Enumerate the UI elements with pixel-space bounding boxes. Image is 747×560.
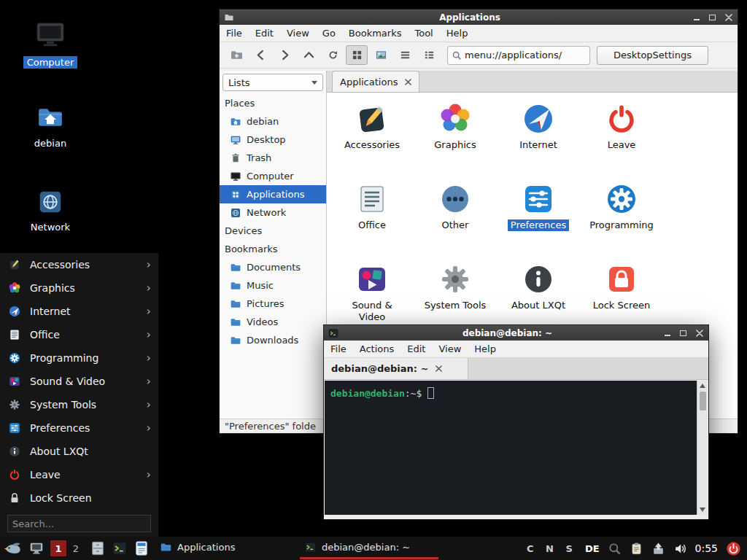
desktop-icon-computer[interactable]: Computer (23, 18, 78, 69)
desktop-icon-network[interactable]: Network (23, 188, 78, 233)
menu-file[interactable]: File (324, 341, 353, 357)
back-button[interactable] (249, 45, 271, 65)
menu-item-sound-video[interactable]: Sound & Video › (0, 370, 158, 393)
menu-bookmarks[interactable]: Bookmarks (342, 25, 409, 42)
close-button[interactable] (694, 327, 705, 338)
compact-view-button[interactable] (394, 45, 416, 65)
submenu-arrow-icon: › (147, 306, 151, 317)
scroll-down-icon[interactable] (700, 508, 705, 512)
sidebar-item-computer[interactable]: Computer (220, 167, 326, 185)
new-tab-button[interactable] (225, 45, 247, 65)
power-button[interactable] (726, 541, 741, 556)
menu-item-lock-screen[interactable]: Lock Screen (0, 486, 158, 510)
text-editor-launcher[interactable] (133, 540, 150, 556)
sidebar-item-desktop[interactable]: Desktop (220, 131, 326, 149)
sidebar-item-pictures[interactable]: Pictures (220, 295, 326, 313)
menu-item-label: Leave (30, 469, 61, 481)
detailed-view-button[interactable] (418, 45, 440, 65)
app-item-graphics[interactable]: Graphics (414, 100, 497, 180)
menu-help[interactable]: Help (440, 25, 475, 42)
tab-close-icon[interactable] (405, 79, 411, 85)
sidebar-item-applications[interactable]: Applications (220, 185, 326, 203)
app-item-accessories[interactable]: Accessories (330, 100, 414, 180)
thumbnail-view-button[interactable] (370, 45, 392, 65)
sidebar-header-bookmarks[interactable]: Bookmarks (220, 240, 326, 258)
app-item-internet[interactable]: Internet (497, 100, 580, 180)
icon-view-button[interactable] (346, 45, 368, 65)
sidebar-mode-combo[interactable]: Lists (222, 74, 323, 91)
menu-tool[interactable]: Tool (408, 25, 439, 42)
scrollbar-thumb[interactable] (700, 392, 706, 411)
fm-titlebar[interactable]: Applications (220, 9, 738, 25)
sidebar-item-music[interactable]: Music (220, 276, 326, 295)
file-manager-launcher[interactable] (90, 540, 106, 556)
terminal-launcher[interactable] (112, 540, 128, 556)
sidebar-item-debian[interactable]: debian (220, 112, 326, 131)
show-desktop-button[interactable] (28, 540, 44, 556)
sidebar-item-label: Videos (247, 316, 278, 327)
desktop-settings-button[interactable]: DesktopSettings (597, 46, 708, 65)
menu-go[interactable]: Go (316, 25, 342, 42)
menu-item-accessories[interactable]: Accessories › (0, 253, 158, 276)
scroll-up-icon[interactable] (700, 384, 705, 388)
menu-edit[interactable]: Edit (400, 341, 432, 357)
menu-item-system-tools[interactable]: System Tools › (0, 393, 158, 416)
sidebar-item-trash[interactable]: Trash (220, 149, 326, 167)
menu-item-preferences[interactable]: Preferences › (0, 416, 158, 440)
menu-search-input[interactable] (7, 515, 151, 532)
tab-applications[interactable]: Applications (332, 71, 419, 92)
maximize-button[interactable] (707, 12, 718, 23)
sidebar-item-documents[interactable]: Documents (220, 258, 326, 276)
menu-item-about-lxqt[interactable]: About LXQt (0, 440, 158, 463)
app-item-office[interactable]: Office (330, 180, 414, 260)
sidebar-item-network[interactable]: Network (220, 203, 326, 222)
up-button[interactable] (298, 45, 320, 65)
app-item-leave[interactable]: Leave (580, 100, 663, 180)
sidebar-header-devices[interactable]: Devices (220, 222, 326, 240)
terminal-tab[interactable]: debian@debian: ~ (324, 358, 468, 379)
sidebar-item-downloads[interactable]: Downloads (220, 331, 326, 349)
path-input[interactable] (465, 50, 586, 61)
minimize-button[interactable] (691, 12, 702, 23)
task-button-applications[interactable]: Applications (155, 537, 294, 559)
menu-view[interactable]: View (280, 25, 316, 42)
minimize-button[interactable] (662, 327, 673, 338)
menu-help[interactable]: Help (468, 341, 503, 357)
programming-icon (604, 182, 639, 217)
tab-close-icon[interactable] (436, 365, 442, 372)
sidebar-item-videos[interactable]: Videos (220, 313, 326, 331)
desktop-icon-debian[interactable]: debian (23, 103, 78, 149)
reload-button[interactable] (322, 45, 344, 65)
workspace-2-button[interactable]: 2 (68, 540, 84, 556)
app-item-programming[interactable]: Programming (580, 180, 663, 260)
menu-item-programming[interactable]: Programming › (0, 346, 158, 370)
app-item-preferences[interactable]: Preferences (497, 180, 580, 260)
window-title: debian@debian: ~ (353, 328, 662, 338)
menu-edit[interactable]: Edit (249, 25, 280, 42)
close-button[interactable] (723, 12, 734, 23)
terminal-titlebar[interactable]: debian@debian: ~ (324, 325, 708, 341)
menu-item-office[interactable]: Office › (0, 323, 158, 346)
maximize-button[interactable] (678, 327, 689, 338)
updates-icon[interactable] (651, 542, 665, 556)
menu-view[interactable]: View (432, 341, 468, 357)
main-menu-button[interactable] (4, 539, 23, 558)
task-button-terminal[interactable]: debian@debian: ~ (300, 537, 438, 559)
forward-button[interactable] (274, 45, 295, 65)
clock[interactable]: 0:55 (695, 542, 718, 554)
sidebar-header-places[interactable]: Places (220, 94, 326, 112)
clipboard-icon[interactable] (630, 542, 643, 556)
menu-item-graphics[interactable]: Graphics › (0, 276, 158, 300)
keyboard-layout-indicator[interactable]: DE (585, 543, 600, 554)
volume-icon[interactable] (673, 542, 687, 556)
menu-file[interactable]: File (220, 25, 249, 42)
menu-item-leave[interactable]: Leave › (0, 463, 158, 486)
screenshot-tool-icon[interactable] (608, 542, 622, 556)
scrollbar[interactable] (697, 381, 708, 515)
app-item-other[interactable]: Other (414, 180, 497, 260)
menu-item-internet[interactable]: Internet › (0, 300, 158, 323)
workspace-1-button[interactable]: 1 (50, 540, 66, 556)
path-bar[interactable] (447, 46, 590, 65)
terminal-console[interactable]: debian@debian:~$ (325, 381, 697, 515)
menu-actions[interactable]: Actions (353, 341, 401, 357)
